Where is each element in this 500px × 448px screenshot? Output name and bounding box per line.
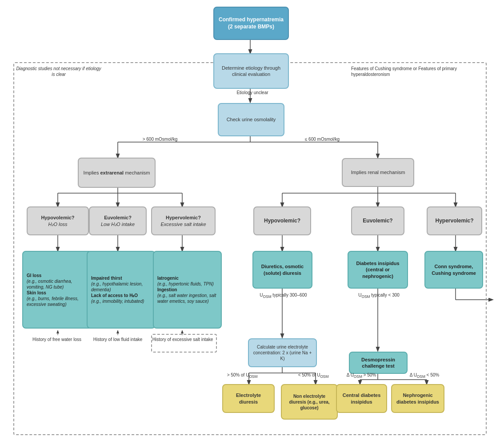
history-free-water-label: History of free water loss: [26, 337, 88, 342]
gt600-label: > 600 mOsmol/kg: [131, 136, 189, 142]
uosm-lt300-label: UOSM typically < 300: [349, 292, 409, 299]
determine-box: Determine etiology through clinical eval…: [213, 53, 289, 89]
renal-box: Implies renal mechanism: [342, 158, 414, 187]
central-di-box: Central diabetes insipidus: [336, 384, 387, 413]
conn-cushing-box: Conn syndrome, Cushing syndrome: [424, 251, 483, 289]
electrolyte-diuresis-box: Electrolyte diuresis: [222, 384, 275, 413]
history-low-fluid-label: History of low fluid intake: [89, 337, 147, 342]
extrarenal-box: Implies extrarenal mechanism: [78, 158, 156, 188]
eu-extra-box: Euvolemic?Low H₂O intake: [89, 206, 147, 235]
flowchart-container: Diagnostic studies not necessary if etio…: [0, 0, 500, 448]
delta-gt50-label: Δ UOSM > 50%: [341, 372, 381, 379]
lte600-label: ≤ 600 mOsmol/kg: [293, 136, 351, 142]
diuretics-box: Diuretics, osmotic (solute) diuresis: [252, 251, 312, 289]
nephrogenic-di-box: Nephrogenic diabetes insipidus: [391, 384, 444, 413]
confirmed-box: Confirmed hypernatremia (2 separate BMPs…: [213, 7, 289, 40]
delta-lt50-label: Δ UOSM < 50%: [404, 372, 444, 379]
etiology-unclear-label: Etiology unclear: [230, 90, 275, 95]
features-cushing-label: Features of Cushing syndrome or Features…: [351, 66, 462, 77]
check-urine-box: Check urine osmolality: [218, 103, 284, 136]
diagnostic-label: Diagnostic studies not necessary if etio…: [14, 66, 103, 77]
eu-renal-box: Euvolemic?: [351, 206, 404, 235]
uosm-300-600-label: UOSM typically 300–600: [253, 292, 313, 299]
non-electrolyte-box: Non electrolyte diuresis (e.g., urea, gl…: [281, 384, 338, 420]
desmopressin-box: Desmopressin challenge test: [349, 352, 408, 374]
gt50-uosm-label: > 50% of UOSM: [222, 372, 262, 379]
salt-history-dashed: [151, 334, 217, 353]
iatrogenic-box: Iatrogenic(e.g., hypertonic fluids, TPN)…: [153, 251, 222, 329]
calculate-urine-box: Calculate urine electrolyte concentratio…: [248, 338, 317, 367]
lt50-uosm-label: < 50% of UOSM: [293, 372, 333, 379]
hyper-extra-box: Hypervolemic?Excessive salt intake: [151, 206, 216, 235]
impaired-thirst-box: Impaired thirst(e.g., hypothalamic lesio…: [87, 251, 156, 329]
hyper-renal-box: Hypervolemic?: [427, 206, 482, 235]
hypo-extra-box: Hypovolemic?H₂O loss: [27, 206, 89, 235]
gi-loss-box: GI loss(e.g., osmotic diarrhea, vomiting…: [22, 251, 92, 329]
diabetes-insipidus-box: Diabetes insipidus (central or nephrogen…: [348, 251, 408, 289]
hypo-renal-box: Hypovolemic?: [253, 206, 311, 235]
